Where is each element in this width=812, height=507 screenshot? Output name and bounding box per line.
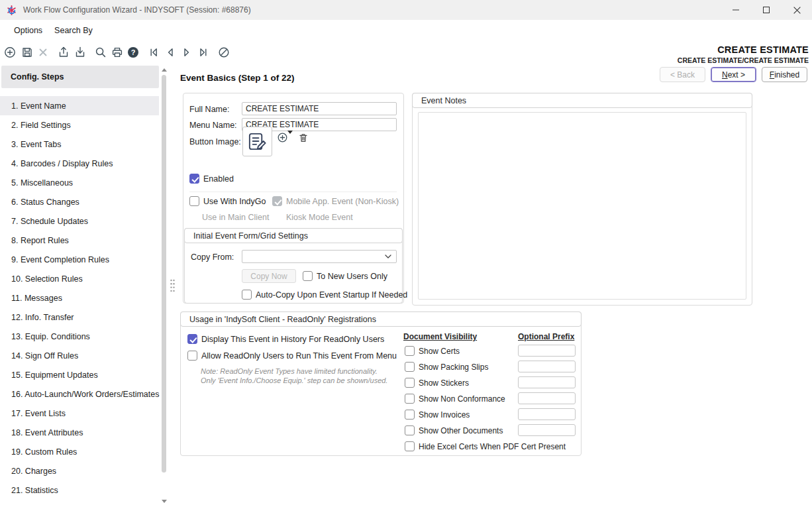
export-icon — [57, 46, 70, 59]
use-with-indygo-label: Use With IndyGo — [203, 197, 266, 206]
svg-text:?: ? — [130, 48, 135, 56]
show-other-documents-checkbox[interactable]: Show Other Documents — [405, 425, 503, 435]
menu-search-by[interactable]: Search By — [48, 23, 99, 38]
readonly-usage-title: Usage in 'IndySoft Client - ReadOnly' Re… — [180, 311, 582, 327]
breadcrumb: CREATE ESTIMATE/CREATE ESTIMATE — [678, 56, 809, 64]
step-title: Event Basics (Step 1 of 22) — [180, 73, 295, 83]
hide-excel-certs-checkbox[interactable]: Hide Excel Certs When PDF Cert Present — [405, 441, 566, 451]
scroll-down-button[interactable] — [160, 496, 168, 506]
next-button[interactable]: Next > — [711, 67, 756, 82]
sidebar-item-selection-rules[interactable]: 10. Selection Rules — [0, 269, 159, 288]
sidebar-item-field-settings[interactable]: 2. Field Settings — [0, 115, 159, 135]
delete-button[interactable] — [34, 44, 51, 60]
sidebar-item-event-completion-rules[interactable]: 9. Event Completion Rules — [0, 250, 159, 269]
print-icon — [111, 46, 124, 59]
titlebar: Work Flow Configuration Wizard - INDYSOF… — [0, 0, 812, 20]
sidebar-item-custom-rules[interactable]: 19. Custom Rules — [0, 442, 159, 461]
sidebar-item-event-lists[interactable]: 17. Event Lists — [0, 404, 159, 423]
show-packing-slips-checkbox[interactable]: Show Packing Slips — [405, 362, 488, 372]
chevron-down-icon — [385, 254, 391, 258]
sidebar-item-sign-off-rules[interactable]: 14. Sign Off Rules — [0, 346, 159, 365]
sidebar-item-schedule-updates[interactable]: 7. Schedule Updates — [0, 211, 159, 231]
splitter-handle[interactable] — [168, 276, 177, 294]
invoices-prefix-input[interactable] — [518, 408, 576, 420]
previous-record-button[interactable] — [162, 44, 178, 60]
other-documents-prefix-input[interactable] — [518, 424, 576, 436]
sidebar-item-auto-launch[interactable]: 16. Auto-Launch/Work Orders/Estimates — [0, 384, 159, 404]
sidebar-item-equipment-updates[interactable]: 15. Equipment Updates — [0, 365, 159, 384]
print-button[interactable] — [109, 44, 125, 60]
event-basics-panel: Full Name: Menu Name: Button Image: Enab… — [183, 93, 404, 304]
menu-options[interactable]: Options — [8, 23, 48, 38]
minimize-button[interactable] — [721, 0, 751, 20]
event-notes-textarea[interactable] — [418, 112, 746, 300]
app-icon — [6, 5, 17, 16]
delete-image-button[interactable] — [296, 131, 311, 145]
checkbox-box — [189, 196, 199, 206]
display-history-label: Display This Event in History For ReadOn… — [201, 335, 384, 344]
allow-run-checkbox[interactable]: Allow ReadOnly Users to Run This Event F… — [187, 351, 397, 361]
to-new-users-only-checkbox[interactable]: To New Users Only — [303, 271, 387, 281]
auto-copy-checkbox[interactable]: Auto-Copy Upon Event Startup If Needed — [242, 290, 407, 300]
export-button[interactable] — [55, 44, 72, 60]
sidebar-scrollbar — [160, 64, 168, 507]
sidebar-item-status-changes[interactable]: 6. Status Changes — [0, 192, 159, 211]
import-button[interactable] — [72, 44, 88, 60]
show-certs-checkbox[interactable]: Show Certs — [405, 346, 460, 356]
sidebar-item-info-transfer[interactable]: 12. Info. Transfer — [0, 308, 159, 327]
sidebar-item-messages[interactable]: 11. Messages — [0, 288, 159, 308]
wizard-nav: < Back Next > Finished — [660, 67, 807, 82]
add-button[interactable] — [1, 44, 18, 60]
help-icon: ? — [127, 46, 140, 59]
next-record-button[interactable] — [178, 44, 195, 60]
search-button[interactable] — [92, 44, 109, 60]
checkbox-box — [405, 346, 415, 356]
enabled-checkbox[interactable]: Enabled — [189, 174, 234, 184]
sidebar-item-report-rules[interactable]: 8. Report Rules — [0, 231, 159, 250]
save-button[interactable] — [19, 44, 35, 60]
stickers-prefix-input[interactable] — [518, 376, 576, 388]
checkbox-box — [405, 394, 415, 404]
initial-settings-group: Initial Event Form/Grid Settings Copy Fr… — [184, 228, 403, 304]
cancel-button[interactable] — [215, 44, 232, 60]
close-button[interactable] — [782, 0, 812, 20]
sidebar-item-charges[interactable]: 20. Charges — [0, 461, 159, 480]
packing-slips-prefix-input[interactable] — [518, 361, 576, 372]
checkbox-box — [303, 271, 313, 281]
certs-prefix-input[interactable] — [518, 345, 576, 357]
show-invoices-checkbox[interactable]: Show Invoices — [405, 410, 470, 420]
sidebar-scrollbar-thumb[interactable] — [162, 75, 166, 473]
show-stickers-checkbox[interactable]: Show Stickers — [405, 378, 469, 388]
maximize-button[interactable] — [751, 0, 782, 20]
sidebar-item-equip-conditions[interactable]: 13. Equip. Conditions — [0, 327, 159, 346]
window-controls — [721, 0, 812, 20]
display-history-checkbox[interactable]: Display This Event in History For ReadOn… — [187, 334, 384, 344]
use-with-indygo-checkbox[interactable]: Use With IndyGo — [189, 196, 266, 206]
mobile-app-event-label: Mobile App. Event (Non-Kiosk) — [286, 197, 399, 206]
full-name-input[interactable] — [242, 102, 397, 115]
sidebar-item-event-tabs[interactable]: 3. Event Tabs — [0, 135, 159, 154]
button-image-preview[interactable] — [242, 127, 272, 156]
close-icon — [793, 6, 801, 15]
non-conformance-prefix-input[interactable] — [518, 392, 576, 404]
finished-button[interactable]: Finished — [762, 67, 807, 82]
last-record-button[interactable] — [195, 44, 211, 60]
auto-copy-label: Auto-Copy Upon Event Startup If Needed — [256, 290, 407, 300]
copy-from-select[interactable] — [242, 250, 397, 263]
add-image-dropdown-icon[interactable] — [287, 131, 293, 134]
mobile-app-event-checkbox[interactable]: Mobile App. Event (Non-Kiosk) — [272, 196, 399, 206]
minimize-icon — [732, 6, 740, 14]
sidebar-item-statistics[interactable]: 21. Statistics — [0, 480, 159, 500]
back-button[interactable]: < Back — [660, 67, 705, 82]
sidebar-item-barcodes[interactable]: 4. Barcodes / Display Rules — [0, 154, 159, 173]
sidebar-item-event-attributes[interactable]: 18. Event Attributes — [0, 423, 159, 442]
checkbox-box — [405, 378, 415, 388]
show-non-conformance-checkbox[interactable]: Show Non Conformance — [405, 394, 505, 404]
readonly-usage-panel: Usage in 'IndySoft Client - ReadOnly' Re… — [180, 311, 582, 456]
sidebar-item-event-name[interactable]: 1. Event Name — [0, 96, 159, 115]
help-button[interactable]: ? — [125, 44, 141, 60]
copy-now-button[interactable]: Copy Now — [242, 269, 296, 283]
scroll-up-button[interactable] — [160, 65, 168, 74]
first-record-button[interactable] — [145, 44, 162, 60]
sidebar-item-miscellaneous[interactable]: 5. Miscellaneous — [0, 173, 159, 192]
